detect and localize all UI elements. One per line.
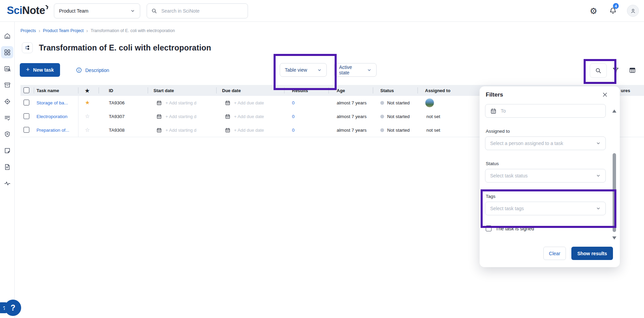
user-avatar-button[interactable] xyxy=(627,5,639,17)
scroll-down-arrow[interactable] xyxy=(612,236,616,240)
description-toggle[interactable]: Description xyxy=(76,67,109,73)
to-date-placeholder: To xyxy=(501,108,506,114)
start-date-placeholder: + Add starting d xyxy=(165,100,196,105)
report-document-icon xyxy=(4,163,11,171)
due-date-to-field[interactable]: To xyxy=(485,104,606,118)
chevron-down-icon xyxy=(596,173,601,178)
help-button[interactable]: ? xyxy=(5,300,21,316)
sidebar-item-inventories[interactable] xyxy=(1,79,13,91)
breadcrumb-project[interactable]: Product Team Project xyxy=(43,28,84,33)
column-header-favorite[interactable]: ★ xyxy=(85,85,89,96)
page-title: Transformation of E. coli with electropo… xyxy=(39,43,211,53)
task-name-link[interactable]: Electroporation xyxy=(36,114,68,119)
task-name-link[interactable]: Preparation of... xyxy=(36,128,69,133)
status-cell[interactable]: Not started xyxy=(380,110,410,123)
assignee-not-set[interactable]: not set xyxy=(426,110,440,123)
favorite-star-icon[interactable]: ☆ xyxy=(85,127,90,133)
due-date-cell[interactable]: + Add due date xyxy=(225,96,264,110)
sidebar-item-compliance[interactable] xyxy=(1,128,13,140)
scroll-up-arrow[interactable] xyxy=(612,110,616,113)
task-signed-checkbox[interactable] xyxy=(486,226,492,231)
search-input[interactable] xyxy=(161,8,244,14)
column-header-results[interactable]: Results xyxy=(292,85,308,96)
close-icon[interactable] xyxy=(601,91,608,98)
team-selector[interactable]: Product Team xyxy=(54,3,140,18)
experiment-tree-button[interactable] xyxy=(22,42,33,53)
info-icon xyxy=(76,67,82,73)
task-name-link[interactable]: Storage of ba... xyxy=(36,100,68,105)
view-selector[interactable]: Table view xyxy=(280,63,327,77)
results-link[interactable]: 0 xyxy=(292,114,295,119)
column-header-id[interactable]: ID xyxy=(109,85,113,96)
start-date-cell[interactable]: + Add starting d xyxy=(156,110,196,123)
status-cell[interactable]: Not started xyxy=(380,123,410,137)
logo-text-note: Note xyxy=(22,4,45,17)
results-link[interactable]: 0 xyxy=(292,100,295,105)
calendar-icon xyxy=(490,108,497,114)
new-task-button[interactable]: + New task xyxy=(20,63,60,77)
search-icon xyxy=(595,67,602,74)
show-results-button[interactable]: Show results xyxy=(571,247,613,260)
view-selector-value: Table view xyxy=(285,67,307,73)
calendar-icon xyxy=(225,100,231,106)
search-icon xyxy=(151,8,157,14)
chevron-down-icon xyxy=(130,9,135,13)
table-search-button[interactable] xyxy=(590,63,607,78)
manage-columns-button[interactable] xyxy=(628,66,636,74)
sidebar-item-activities[interactable] xyxy=(1,177,13,189)
state-selector[interactable]: Active state xyxy=(334,63,377,77)
notifications-button[interactable]: 4 xyxy=(608,6,618,16)
filters-button[interactable] xyxy=(612,66,620,74)
clear-button[interactable]: Clear xyxy=(543,247,566,260)
sidebar-item-tasks[interactable] xyxy=(1,112,13,124)
status-cell[interactable]: Not started xyxy=(380,96,410,110)
scrollbar-thumb[interactable] xyxy=(613,153,616,232)
chevron-down-icon xyxy=(317,68,322,72)
tags-select[interactable]: Select task tags xyxy=(485,202,606,215)
favorite-star-icon[interactable]: ★ xyxy=(85,100,90,105)
column-header-task-name[interactable]: Task name xyxy=(36,85,59,96)
status-label: Not started xyxy=(387,114,410,119)
scinote-logo[interactable]: SciNote xyxy=(7,4,49,17)
select-all-checkbox[interactable] xyxy=(24,87,29,93)
sidebar-item-experiments[interactable] xyxy=(1,62,13,75)
column-header-due-date[interactable]: Due date xyxy=(222,85,241,96)
breadcrumb-projects[interactable]: Projects xyxy=(20,28,36,33)
sidebar-item-home[interactable] xyxy=(1,30,13,42)
start-date-cell[interactable]: + Add starting d xyxy=(156,123,196,137)
sidebar-item-projects[interactable] xyxy=(1,46,13,58)
column-header-partial[interactable]: ures xyxy=(621,85,630,96)
column-header-assigned-to[interactable]: Assigned to xyxy=(425,85,450,96)
status-dot-icon xyxy=(380,101,384,105)
row-checkbox[interactable] xyxy=(24,113,29,119)
status-select[interactable]: Select task status xyxy=(485,169,606,183)
sticky-note-icon xyxy=(4,147,11,154)
calendar-icon xyxy=(156,114,162,119)
task-age: almost 7 years xyxy=(337,110,367,123)
favorite-star-icon[interactable]: ☆ xyxy=(85,114,90,119)
sidebar-item-reports[interactable] xyxy=(1,161,13,173)
sidebar-item-protocols[interactable] xyxy=(1,95,13,107)
start-date-placeholder: + Add starting d xyxy=(165,114,196,119)
column-header-age[interactable]: Age xyxy=(337,85,345,96)
sidebar-item-notes[interactable] xyxy=(1,144,13,157)
assigned-to-select[interactable]: Select a person assigned to a task xyxy=(485,136,606,150)
row-checkbox[interactable] xyxy=(24,127,29,133)
results-link[interactable]: 0 xyxy=(292,128,295,133)
status-dot-icon xyxy=(380,128,384,132)
row-checkbox[interactable] xyxy=(24,100,29,105)
filters-title: Filters xyxy=(486,91,503,98)
due-date-cell[interactable]: + Add due date xyxy=(225,123,264,137)
table-columns-icon xyxy=(629,67,636,74)
global-search xyxy=(147,3,248,18)
column-header-status[interactable]: Status xyxy=(380,85,394,96)
settings-gear-button[interactable]: ⚙ xyxy=(589,6,598,16)
person-icon xyxy=(630,8,636,14)
start-date-cell[interactable]: + Add starting d xyxy=(156,96,196,110)
assignee-not-set[interactable]: not set xyxy=(426,123,440,137)
task-signed-option: The task is signed xyxy=(486,226,534,231)
assignee-avatar[interactable] xyxy=(425,98,434,107)
status-label: Not started xyxy=(387,128,410,133)
due-date-cell[interactable]: + Add due date xyxy=(225,110,264,123)
column-header-start-date[interactable]: Start date xyxy=(153,85,174,96)
